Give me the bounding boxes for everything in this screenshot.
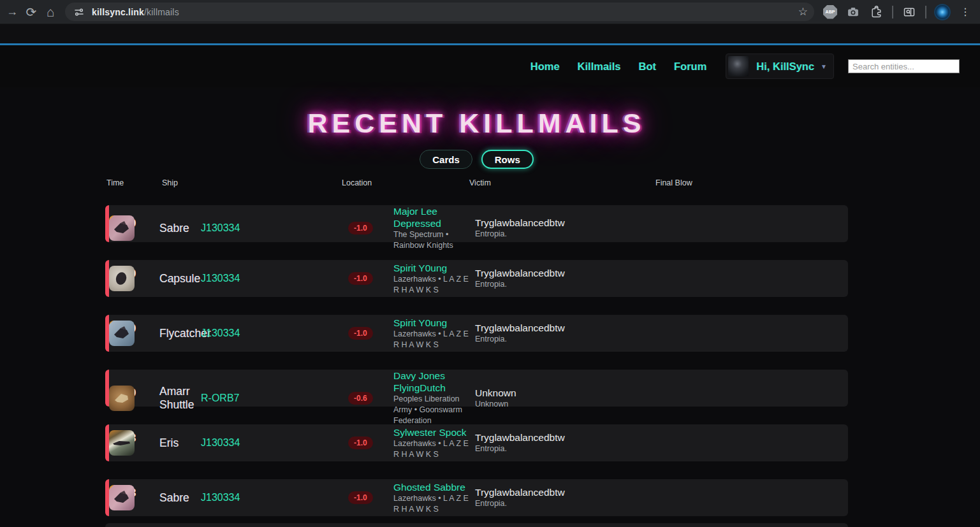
location-link[interactable]: J130334: [201, 492, 346, 503]
ship-thumbnail[interactable]: [109, 386, 135, 411]
victim-affiliation: Lazerhawks • L A Z E R H A W K S: [393, 329, 475, 350]
url-text[interactable]: killsync.link/killmails: [92, 7, 179, 17]
adblock-extension-icon[interactable]: ABP: [821, 3, 840, 22]
header-location: Location: [342, 178, 469, 187]
location-link[interactable]: R-ORB7: [201, 393, 346, 404]
ship-name[interactable]: Capsule: [159, 272, 201, 285]
ship-name[interactable]: Sabre: [159, 222, 201, 235]
main-content: RECENT KILLMAILS Cards Rows Time Ship Lo…: [105, 106, 848, 527]
ship-thumbnail[interactable]: [109, 485, 135, 510]
side-panel-search-icon[interactable]: [900, 3, 919, 22]
nav-link-home[interactable]: Home: [530, 61, 560, 73]
url-host: killsync.link: [92, 7, 144, 17]
victim-name-link[interactable]: Spirit Y0ung: [393, 262, 475, 274]
bookmark-star-icon[interactable]: ☆: [798, 5, 808, 18]
ship-silhouette-icon: [112, 390, 132, 407]
final-blow-name[interactable]: Tryglawbalancedbtw: [475, 486, 657, 498]
search-input[interactable]: [848, 59, 960, 73]
ship-name[interactable]: Amarr Shuttle: [159, 385, 201, 412]
view-toggle: Cards Rows: [105, 150, 848, 169]
browser-menu-icon[interactable]: ⋮: [956, 3, 975, 22]
killmail-row[interactable]: 20:08 87m Eris J130334 -1.0 Sylwester Sp…: [105, 424, 848, 461]
page-title: RECENT KILLMAILS: [105, 106, 848, 140]
location-link[interactable]: J130334: [201, 328, 346, 339]
extensions-puzzle-icon[interactable]: [867, 3, 886, 22]
toolbar-separator: [892, 6, 893, 18]
next-row-partially-visible: [105, 523, 848, 527]
user-avatar: [728, 56, 749, 76]
header-ship: Ship: [162, 178, 342, 187]
browser-toolbar: → ⟳ ⌂ killsync.link/killmails ☆ ABP: [0, 0, 980, 24]
victim-name-link[interactable]: Davy Jones FlyingDutch: [393, 370, 475, 394]
ship-name[interactable]: Eris: [159, 437, 201, 450]
reload-icon[interactable]: ⟳: [22, 3, 41, 22]
final-blow-affiliation: Entropia.: [475, 498, 657, 509]
nav-link-bot[interactable]: Bot: [638, 61, 656, 73]
killmail-list: 20:09 74m Sabre J130334 -1.0 Major Lee D…: [105, 205, 848, 527]
final-blow-name[interactable]: Tryglawbalancedbtw: [475, 322, 657, 334]
final-blow-affiliation: Entropia.: [475, 334, 657, 345]
user-menu[interactable]: Hi, KillSync ▼: [726, 54, 834, 79]
killmail-row[interactable]: 20:08 81m Sabre J130334 -1.0 Ghosted Sab…: [105, 479, 848, 516]
killmail-row[interactable]: 20:09 16k Amarr Shuttle R-ORB7 -0.6 Davy…: [105, 370, 848, 407]
ship-silhouette-icon: [112, 270, 132, 287]
ship-silhouette-icon: [112, 489, 132, 506]
killmail-row[interactable]: 20:09 74m Capsule J130334 -1.0 Spirit Y0…: [105, 260, 848, 297]
ship-silhouette-icon: [112, 325, 132, 342]
security-badge: -1.0: [348, 437, 373, 449]
page-top-strip: [0, 24, 980, 45]
address-bar[interactable]: killsync.link/killmails ☆: [65, 3, 814, 21]
site-info-icon[interactable]: [73, 6, 85, 18]
ship-thumbnail[interactable]: [109, 215, 135, 241]
victim-affiliation: Lazerhawks • L A Z E R H A W K S: [393, 493, 475, 515]
security-badge: -1.0: [348, 327, 373, 340]
nav-link-killmails[interactable]: Killmails: [578, 61, 621, 73]
header-victim: Victim: [469, 178, 655, 187]
nav-link-forum[interactable]: Forum: [674, 61, 706, 73]
security-badge: -0.6: [348, 392, 373, 405]
user-greeting: Hi, KillSync: [756, 61, 814, 73]
location-link[interactable]: J130334: [201, 437, 346, 449]
screenshot-extension-icon[interactable]: [844, 3, 863, 22]
final-blow-name[interactable]: Unknown: [475, 387, 657, 399]
ship-thumbnail[interactable]: [109, 321, 135, 346]
security-badge: -1.0: [348, 222, 373, 235]
chevron-down-icon: ▼: [821, 63, 827, 70]
final-blow-name[interactable]: Tryglawbalancedbtw: [475, 431, 657, 444]
killmail-row[interactable]: 20:09 94m Flycatcher J130334 -1.0 Spirit…: [105, 315, 848, 352]
final-blow-affiliation: Entropia.: [475, 279, 657, 290]
victim-affiliation: The Spectrum • Rainbow Knights: [393, 229, 475, 251]
ship-silhouette-icon: [112, 220, 132, 236]
header-time: Time: [106, 178, 162, 187]
forward-icon[interactable]: →: [3, 3, 22, 22]
ship-thumbnail[interactable]: [109, 430, 135, 456]
header-final-blow: Final Blow: [655, 178, 848, 187]
ship-name[interactable]: Flycatcher: [159, 327, 201, 340]
table-header-row: Time Ship Location Victim Final Blow: [105, 178, 848, 188]
killmail-row[interactable]: 20:09 74m Sabre J130334 -1.0 Major Lee D…: [105, 205, 848, 242]
final-blow-name[interactable]: Tryglawbalancedbtw: [475, 267, 657, 279]
toolbar-separator: [925, 6, 926, 18]
final-blow-name[interactable]: Tryglawbalancedbtw: [475, 217, 657, 229]
rows-view-button[interactable]: Rows: [481, 150, 534, 169]
home-icon[interactable]: ⌂: [41, 3, 60, 22]
victim-affiliation: Peoples Liberation Army • Goonswarm Fede…: [393, 394, 475, 426]
victim-name-link[interactable]: Spirit Y0ung: [393, 317, 475, 329]
extensions-strip: ABP ⋮: [821, 3, 975, 22]
ship-silhouette-icon: [112, 435, 132, 451]
ship-name[interactable]: Sabre: [159, 491, 201, 505]
final-blow-affiliation: Unknown: [475, 399, 657, 410]
final-blow-affiliation: Entropia.: [475, 444, 657, 454]
final-blow-affiliation: Entropia.: [475, 229, 657, 240]
ship-thumbnail[interactable]: [109, 266, 135, 291]
victim-name-link[interactable]: Ghosted Sabbre: [393, 481, 475, 493]
cards-view-button[interactable]: Cards: [420, 150, 472, 169]
victim-name-link[interactable]: Major Lee Depressed: [393, 205, 475, 229]
site-navbar: Home Killmails Bot Forum Hi, KillSync ▼: [0, 45, 980, 87]
security-badge: -1.0: [348, 491, 373, 504]
location-link[interactable]: J130334: [201, 273, 346, 284]
victim-affiliation: Lazerhawks • L A Z E R H A W K S: [393, 438, 475, 460]
location-link[interactable]: J130334: [201, 222, 346, 234]
victim-name-link[interactable]: Sylwester Spock: [393, 426, 475, 438]
browser-profile-avatar[interactable]: [933, 3, 952, 22]
